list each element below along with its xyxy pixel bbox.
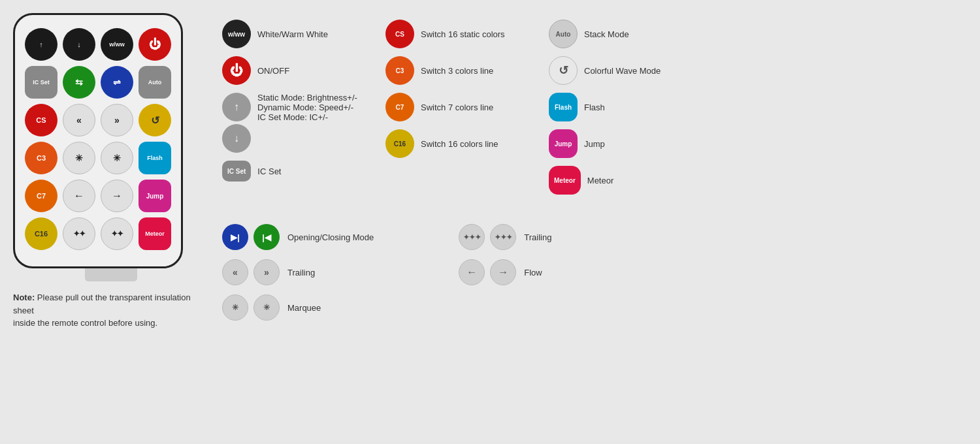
icon-power: ⏻ bbox=[222, 56, 251, 85]
label-power: ON/OFF bbox=[257, 66, 289, 76]
btn-power[interactable]: ⏻ bbox=[139, 28, 171, 61]
label-ic-set: IC Set bbox=[257, 166, 281, 176]
btn-flow-left[interactable]: ← bbox=[63, 180, 95, 212]
label-c3: Switch 3 colors line bbox=[421, 66, 493, 76]
icon-trailing-left: « bbox=[222, 259, 248, 285]
icon-cs: CS bbox=[385, 20, 414, 48]
icon-up: ↑ bbox=[222, 93, 251, 121]
icon-trailing-right: » bbox=[253, 259, 280, 285]
legend-col-3: Auto Stack Mode ↺ Colorful Wave Mode Fla… bbox=[549, 20, 693, 195]
icon-c3: C3 bbox=[385, 56, 414, 85]
legend-bottom-left: ▶| |◀ Opening/Closing Mode « » Trailing … bbox=[222, 224, 374, 321]
label-auto: Stack Mode bbox=[584, 29, 629, 39]
label-flash: Flash bbox=[584, 103, 605, 112]
btn-down[interactable]: ↓ bbox=[63, 28, 95, 61]
icon-opening-1: ▶| bbox=[222, 224, 248, 250]
icon-marquee-left: ✳ bbox=[222, 294, 248, 321]
btn-flow-right[interactable]: → bbox=[101, 180, 133, 212]
legend-item-brightness: ↑ ↓ Static Mode: Brightness+/-Dynamic Mo… bbox=[222, 93, 366, 153]
page-container: ↑ ↓ w/ww ⏻ IC Set ⇆ ⇌ Auto CS « » ↺ C3 ✳… bbox=[13, 13, 967, 431]
label-cs: Switch 16 static colors bbox=[421, 29, 505, 39]
legend-item-c7: C7 Switch 7 colors line bbox=[385, 93, 529, 121]
label-c7: Switch 7 colors line bbox=[421, 103, 493, 112]
btn-wave[interactable]: ↺ bbox=[139, 104, 171, 136]
btn-marquee-left[interactable]: ✳ bbox=[63, 142, 95, 174]
btn-dot-right[interactable]: ✦✦ bbox=[101, 217, 133, 250]
btn-warm-white[interactable]: w/ww bbox=[101, 28, 133, 61]
label-c16: Switch 16 colors line bbox=[421, 139, 498, 149]
legend-item-opening: ▶| |◀ Opening/Closing Mode bbox=[222, 224, 374, 250]
icon-wave: ↺ bbox=[549, 56, 578, 85]
legend-item-meteor: Meteor Meteor bbox=[549, 166, 693, 195]
btn-c16[interactable]: C16 bbox=[25, 217, 57, 250]
note-label: Note: bbox=[13, 293, 35, 302]
remote-grid: ↑ ↓ w/ww ⏻ IC Set ⇆ ⇌ Auto CS « » ↺ C3 ✳… bbox=[25, 28, 171, 250]
label-jump: Jump bbox=[584, 139, 605, 149]
legend-item-warm-white: w/ww White/Warm White bbox=[222, 20, 366, 48]
btn-c3[interactable]: C3 bbox=[25, 142, 57, 174]
icon-jump: Jump bbox=[549, 129, 578, 158]
legend-item-power: ⏻ ON/OFF bbox=[222, 56, 366, 85]
label-meteor: Meteor bbox=[587, 176, 613, 185]
legend-item-wave: ↺ Colorful Wave Mode bbox=[549, 56, 693, 85]
icon-c16: C16 bbox=[385, 129, 414, 158]
btn-ic-set[interactable]: IC Set bbox=[25, 66, 57, 99]
legend-section: w/ww White/Warm White ⏻ ON/OFF ↑ ↓ Stati… bbox=[222, 13, 967, 431]
note-text: Please pull out the transparent insulati… bbox=[13, 293, 191, 328]
legend-item-c16: C16 Switch 16 colors line bbox=[385, 129, 529, 158]
btn-trailing-left[interactable]: « bbox=[63, 104, 95, 136]
label-trailing: Trailing bbox=[287, 268, 315, 278]
btn-meteor[interactable]: Meteor bbox=[139, 217, 171, 250]
remote-section: ↑ ↓ w/ww ⏻ IC Set ⇆ ⇌ Auto CS « » ↺ C3 ✳… bbox=[13, 13, 209, 431]
icon-ic-set: IC Set bbox=[222, 161, 251, 182]
label-opening: Opening/Closing Mode bbox=[287, 232, 374, 242]
btn-marquee-right[interactable]: ✳ bbox=[101, 142, 133, 174]
icon-flow-right: → bbox=[490, 259, 516, 285]
btn-auto[interactable]: Auto bbox=[139, 66, 171, 99]
icon-opening-2: |◀ bbox=[253, 224, 280, 250]
btn-dot-left[interactable]: ✦✦ bbox=[63, 217, 95, 250]
legend-item-c3: C3 Switch 3 colors line bbox=[385, 56, 529, 85]
remote-stand bbox=[85, 268, 137, 281]
icon-c7: C7 bbox=[385, 93, 414, 121]
btn-trailing-right[interactable]: » bbox=[101, 104, 133, 136]
btn-close-open[interactable]: ⇌ bbox=[101, 66, 133, 99]
icon-flow-left: ← bbox=[459, 259, 485, 285]
icon-down: ↓ bbox=[222, 124, 251, 153]
label-trailing-2: Trailing bbox=[524, 232, 551, 242]
btn-up[interactable]: ↑ bbox=[25, 28, 57, 61]
legend-col-2: CS Switch 16 static colors C3 Switch 3 c… bbox=[385, 20, 529, 195]
label-flow: Flow bbox=[524, 268, 542, 278]
icon-warm-white: w/ww bbox=[222, 20, 251, 48]
legend-top: w/ww White/Warm White ⏻ ON/OFF ↑ ↓ Stati… bbox=[222, 20, 967, 195]
label-warm-white: White/Warm White bbox=[257, 29, 328, 39]
icon-auto: Auto bbox=[549, 20, 578, 48]
btn-jump[interactable]: Jump bbox=[139, 180, 171, 212]
label-marquee: Marquee bbox=[287, 303, 321, 313]
legend-item-flow: ← → Flow bbox=[459, 259, 551, 285]
legend-bottom-right: ✦✦✦ ✦✦✦ Trailing ← → Flow bbox=[459, 224, 551, 321]
label-wave: Colorful Wave Mode bbox=[584, 66, 661, 76]
icon-dot-right: ✦✦✦ bbox=[490, 224, 516, 250]
legend-item-auto: Auto Stack Mode bbox=[549, 20, 693, 48]
legend-item-flash: Flash Flash bbox=[549, 93, 693, 121]
icon-dot-left: ✦✦✦ bbox=[459, 224, 485, 250]
legend-item-trailing-lr: « » Trailing bbox=[222, 259, 374, 285]
btn-flash[interactable]: Flash bbox=[139, 142, 171, 174]
btn-open-close[interactable]: ⇆ bbox=[63, 66, 95, 99]
legend-item-trailing-2: ✦✦✦ ✦✦✦ Trailing bbox=[459, 224, 551, 250]
icon-flash: Flash bbox=[549, 93, 578, 121]
icon-marquee-right: ✳ bbox=[253, 294, 280, 321]
legend-item-jump: Jump Jump bbox=[549, 129, 693, 158]
legend-item-ic-set: IC Set IC Set bbox=[222, 161, 366, 182]
legend-item-marquee: ✳ ✳ Marquee bbox=[222, 294, 374, 321]
remote-body: ↑ ↓ w/ww ⏻ IC Set ⇆ ⇌ Auto CS « » ↺ C3 ✳… bbox=[13, 13, 183, 268]
note-section: Note: Please pull out the transparent in… bbox=[13, 291, 209, 330]
btn-c7[interactable]: C7 bbox=[25, 180, 57, 212]
btn-cs[interactable]: CS bbox=[25, 104, 57, 136]
label-brightness: Static Mode: Brightness+/-Dynamic Mode: … bbox=[257, 93, 357, 122]
legend-bottom: ▶| |◀ Opening/Closing Mode « » Trailing … bbox=[222, 217, 967, 321]
icon-meteor: Meteor bbox=[549, 166, 581, 195]
legend-col-1: w/ww White/Warm White ⏻ ON/OFF ↑ ↓ Stati… bbox=[222, 20, 366, 195]
legend-item-cs: CS Switch 16 static colors bbox=[385, 20, 529, 48]
